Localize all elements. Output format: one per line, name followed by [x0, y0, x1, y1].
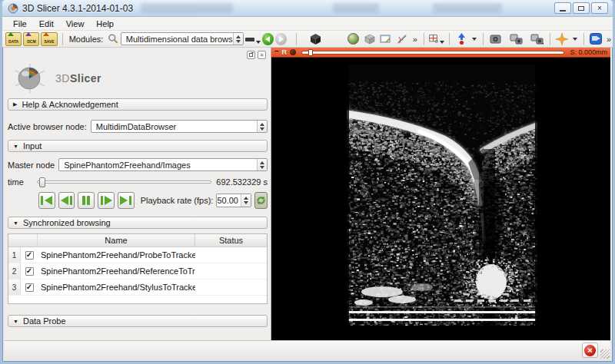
separator — [424, 33, 424, 45]
resize-grip[interactable] — [600, 349, 610, 359]
master-node-label: Master node — [8, 160, 55, 170]
menu-edit[interactable]: Edit — [33, 18, 60, 30]
scene-view-restore-button[interactable] — [530, 31, 544, 47]
expanded-arrow-icon: ▼ — [13, 220, 18, 226]
module-forward-button[interactable] — [275, 33, 287, 45]
playback-rate-spinbox[interactable]: 50.00 — [216, 194, 251, 207]
titlebar-ghost — [141, 3, 233, 13]
data-probe-label: Data Probe — [23, 316, 66, 326]
show-3d-cube-button[interactable] — [308, 31, 322, 47]
load-data-button[interactable]: DATA — [5, 32, 22, 46]
data-probe-section[interactable]: ▼ Data Probe — [8, 315, 268, 327]
loop-icon — [255, 195, 267, 206]
check-icon: ✓ — [26, 283, 32, 291]
extensions-button[interactable] — [555, 31, 570, 47]
column-header-status[interactable]: Status — [195, 234, 267, 247]
loop-toggle-button[interactable] — [254, 192, 268, 209]
close-button[interactable]: × — [591, 2, 608, 14]
go-to-last-button[interactable] — [118, 192, 135, 209]
center-3d-view-button[interactable] — [346, 31, 361, 47]
module-search-icon[interactable] — [108, 33, 118, 45]
panel-close-icon: × — [260, 52, 264, 58]
sphere-icon — [347, 33, 359, 45]
ruler-annotation-button[interactable] — [394, 31, 409, 47]
slice-offset-handle[interactable] — [308, 49, 313, 56]
module-back-button[interactable] — [262, 33, 274, 45]
collapse-controller-icon[interactable]: – — [274, 48, 279, 55]
right-triangle-icon — [105, 196, 112, 205]
screen-capture-options-button[interactable] — [488, 31, 503, 47]
dropdown-arrow-icon[interactable] — [573, 38, 577, 41]
input-section[interactable]: ▼ Input — [8, 140, 268, 152]
sync-checkbox[interactable]: ✓ — [25, 251, 34, 260]
layout-selector-button[interactable] — [429, 31, 444, 47]
slice-offset-slider[interactable] — [302, 51, 563, 54]
volume-rendering-button[interactable] — [362, 31, 377, 47]
collapsed-arrow-icon: ▶ — [13, 101, 17, 108]
synchronized-nodes-table: Name Status 1 ✓ SpinePhantom2Freehand/Pr… — [8, 233, 268, 304]
red-slice-view[interactable]: – R S: 0.000mm — [271, 48, 610, 340]
spin-arrows-icon — [241, 194, 251, 207]
column-header-name[interactable]: Name — [38, 234, 195, 247]
next-frame-button[interactable] — [98, 192, 115, 209]
crosshair-button[interactable] — [454, 31, 469, 47]
master-node-value: SpinePhantom2Freehand/Images — [59, 160, 257, 170]
pause-button[interactable] — [78, 192, 95, 209]
table-row[interactable]: 1 ✓ SpinePhantom2Freehand/ProbeToTracker… — [8, 247, 267, 263]
menu-file[interactable]: File — [7, 18, 33, 30]
row-number: 1 — [8, 247, 21, 263]
pin-menu-icon[interactable] — [290, 49, 296, 55]
screenshot-button[interactable] — [378, 31, 393, 47]
save-label: SAVE — [44, 39, 54, 45]
sync-checkbox[interactable]: ✓ — [25, 267, 34, 276]
arrow-icon — [25, 32, 32, 36]
row-number: 3 — [8, 280, 21, 295]
table-row[interactable]: 3 ✓ SpinePhantom2Freehand/StylusToTracke… — [8, 280, 267, 296]
synchronized-browsing-section[interactable]: ▼ Synchronized browsing — [8, 217, 268, 229]
module-selector[interactable]: Multidimensional data browser — [121, 32, 244, 45]
toolbar-overflow-icon[interactable]: » — [411, 35, 419, 44]
ultrasound-image[interactable] — [347, 65, 537, 326]
titlebar[interactable]: 3D Slicer 4.3.1-2014-01-03 × — [2, 0, 613, 17]
save-button[interactable]: SAVE — [41, 32, 57, 46]
time-label: time — [8, 177, 32, 187]
sparkle-icon — [556, 33, 568, 45]
active-browser-selector[interactable]: MultidimDataBrowser — [91, 120, 268, 133]
camera-box-restore-icon — [530, 34, 544, 45]
maximize-button[interactable] — [573, 2, 590, 14]
module-panel: × 3DSlicer — [5, 48, 271, 340]
menu-help[interactable]: Help — [90, 18, 120, 30]
menu-view[interactable]: View — [60, 18, 91, 30]
module-history-button[interactable] — [245, 31, 261, 47]
table-row[interactable]: 2 ✓ SpinePhantom2Freehand/ReferenceToTra… — [8, 263, 267, 280]
separator — [62, 33, 63, 45]
help-acknowledgement-section[interactable]: ▶ Help & Acknowledgement — [8, 98, 268, 111]
scene-view-capture-button[interactable] — [509, 31, 524, 47]
separator — [583, 33, 584, 45]
load-dicom-button[interactable]: DCM — [23, 32, 39, 46]
node-name: SpinePhantom2Freehand/StylusToTrackerTra… — [38, 283, 195, 292]
time-slider[interactable] — [37, 180, 211, 184]
separator — [550, 33, 550, 45]
statusbar-close-button[interactable]: × — [582, 342, 598, 358]
panel-close-button[interactable]: × — [258, 51, 266, 59]
dropdown-arrow-icon[interactable] — [472, 38, 477, 41]
synchronized-browsing-label: Synchronized browsing — [23, 218, 111, 227]
time-slider-handle[interactable] — [39, 177, 45, 187]
check-icon: ✓ — [26, 251, 32, 259]
master-node-selector[interactable]: SpinePhantom2Freehand/Images — [58, 158, 268, 171]
slice-controller-bar: – R S: 0.000mm — [271, 48, 610, 58]
titlebar-ghost — [433, 3, 502, 13]
panel-undock-button[interactable] — [247, 51, 255, 59]
toolbar-overflow-icon[interactable]: » — [605, 35, 613, 44]
minimize-button[interactable] — [554, 2, 571, 14]
bar-icon — [101, 196, 103, 205]
extension-manager-button[interactable] — [589, 31, 603, 47]
previous-frame-button[interactable] — [58, 192, 75, 209]
go-to-first-button[interactable] — [38, 192, 55, 209]
main-toolbar: DATA DCM SAVE Modules: Multidimensional … — [2, 31, 613, 48]
cube-icon — [310, 33, 321, 45]
sync-checkbox[interactable]: ✓ — [25, 283, 34, 292]
left-triangle-icon — [45, 196, 52, 205]
first-frame-icon — [41, 196, 43, 205]
